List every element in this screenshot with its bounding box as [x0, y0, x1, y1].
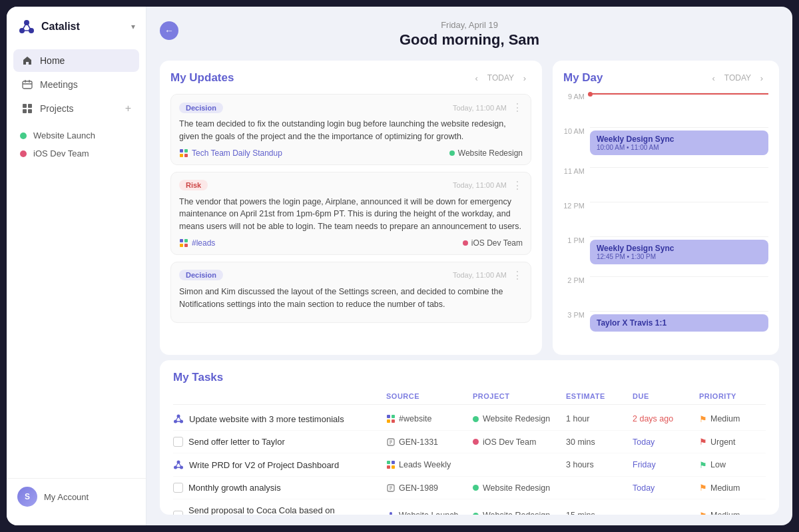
priority-label-3: Medium	[710, 483, 740, 493]
card-top-0: Decision Today, 11:00 AM ⋮	[179, 101, 523, 114]
updates-title: My Updates	[170, 71, 234, 85]
my-account-label: My Account	[44, 492, 89, 502]
card-source-0[interactable]: Tech Team Daily Standup	[179, 148, 282, 158]
time-line-1pm: Weekly Design Sync 12:45 PM • 1:30 PM	[590, 236, 768, 266]
meetings-label: Meetings	[40, 79, 78, 90]
projects-label: Projects	[40, 103, 74, 114]
source-icon-1	[179, 238, 188, 248]
day-next-button[interactable]: ›	[755, 71, 768, 85]
day-prev-button[interactable]: ‹	[707, 71, 720, 85]
card-menu-0[interactable]: ⋮	[512, 101, 523, 114]
task-checkbox-4[interactable]	[173, 511, 183, 515]
svg-rect-17	[184, 154, 188, 157]
updates-prev-button[interactable]: ‹	[470, 71, 483, 85]
updates-next-button[interactable]: ›	[518, 71, 531, 85]
task-name-2: Write PRD for V2 of Project Dashboard	[189, 460, 339, 470]
priority-flag-icon: ⚑	[699, 511, 707, 515]
sidebar-item-projects[interactable]: Projects +	[13, 97, 139, 120]
card-project-1: iOS Dev Team	[463, 238, 523, 248]
sidebar-item-meetings[interactable]: Meetings	[13, 73, 139, 96]
sidebar-project-ios-dev[interactable]: iOS Dev Team	[20, 147, 133, 160]
source-label-0: #website	[399, 414, 431, 423]
task-name-cell-0: Update website with 3 more testimonials	[173, 413, 386, 424]
estimate-cell-4: 15 mins	[566, 511, 633, 515]
svg-rect-16	[180, 154, 183, 157]
project-label-1: iOS Dev Team	[483, 437, 536, 447]
priority-cell-3: ⚑ Medium	[699, 483, 766, 493]
logo-chevron-icon[interactable]: ▾	[131, 22, 135, 31]
projects-add-icon[interactable]: +	[125, 103, 131, 115]
sidebar-project-website-launch[interactable]: Website Launch	[20, 129, 133, 142]
project-dot-1	[463, 240, 468, 246]
header-date: Friday, April 19	[160, 20, 779, 30]
time-label-10am: 10 AM	[563, 127, 585, 135]
task-checkbox-1[interactable]	[173, 437, 183, 447]
event-block-1[interactable]: Weekly Design Sync 12:45 PM • 1:30 PM	[590, 240, 768, 264]
gen-icon	[386, 437, 396, 447]
event-block-0[interactable]: Weekly Design Sync 10:00 AM • 11:00 AM	[590, 131, 768, 155]
meetings-icon	[21, 79, 33, 91]
user-avatar: S	[17, 487, 37, 507]
back-button[interactable]: ←	[160, 21, 178, 40]
col-task	[173, 392, 386, 400]
due-cell-2: Friday	[633, 460, 699, 469]
svg-rect-43	[392, 461, 395, 464]
svg-rect-6	[23, 81, 32, 89]
time-slot-9am: 9 AM	[563, 93, 768, 127]
card-project-label-0: Website Redesign	[458, 148, 523, 158]
project-label-0: Website Redesign	[483, 414, 550, 423]
sidebar-nav: Home Meetings Projects +	[7, 49, 146, 120]
time-slot-11am: 11 AM	[563, 167, 768, 202]
day-nav: ‹ TODAY ›	[707, 71, 768, 85]
app-container: Catalist ▾ Home Meetings Projects	[7, 7, 792, 525]
panels-row: My Updates ‹ TODAY › Decision Today, 11:…	[146, 55, 792, 360]
col-due: DUE	[633, 392, 699, 400]
time-line-10am: Weekly Design Sync 10:00 AM • 11:00 AM	[590, 127, 768, 157]
day-today-label: TODAY	[724, 73, 751, 83]
priority-label-2: Low	[710, 460, 726, 469]
source-icon-0	[179, 148, 188, 158]
priority-label-4: Medium	[710, 511, 740, 515]
home-label: Home	[40, 55, 65, 66]
project-label-3: Website Redesign	[483, 483, 550, 493]
hash-icon	[386, 414, 396, 423]
card-project-0: Website Redesign	[449, 148, 523, 158]
due-cell-0: 2 days ago	[633, 414, 699, 423]
main-content: ← Friday, April 19 Good morning, Sam My …	[146, 7, 792, 525]
task-row-1: Send offer letter to Taylor GEN-1331 iOS…	[173, 431, 766, 453]
updates-nav: ‹ TODAY ›	[470, 71, 531, 85]
card-menu-2[interactable]: ⋮	[512, 269, 523, 282]
card-source-1[interactable]: #leads	[179, 238, 215, 248]
ios-dev-dot	[20, 150, 27, 157]
svg-rect-12	[23, 109, 27, 113]
card-menu-1[interactable]: ⋮	[512, 179, 523, 192]
website-launch-label: Website Launch	[33, 131, 95, 140]
priority-flag-icon: ⚑	[699, 483, 707, 493]
sidebar-item-home[interactable]: Home	[13, 49, 139, 72]
svg-rect-21	[184, 244, 188, 247]
task-name-1: Send offer letter to Taylor	[188, 437, 285, 447]
project-dot-0	[449, 150, 455, 156]
sidebar-footer[interactable]: S My Account	[7, 478, 146, 515]
source-label-1: GEN-1331	[399, 437, 438, 447]
project-cell-0: Website Redesign	[473, 414, 566, 423]
sidebar: Catalist ▾ Home Meetings Projects	[7, 7, 146, 525]
card-source-label-1: #leads	[192, 238, 215, 248]
card-time-0: Today, 11:00 AM	[453, 104, 507, 112]
time-slot-12pm: 12 PM	[563, 202, 768, 236]
card-project-label-1: iOS Dev Team	[471, 238, 523, 248]
updates-panel: My Updates ‹ TODAY › Decision Today, 11:…	[160, 61, 542, 355]
priority-flag-icon: ⚑	[699, 414, 707, 424]
task-name-cell-2: Write PRD for V2 of Project Dashboard	[173, 459, 386, 470]
svg-rect-30	[387, 419, 390, 423]
calendar-body: 9 AM 10 AM Weekly Design Sync	[563, 93, 768, 344]
event-time-0: 10:00 AM • 11:00 AM	[597, 144, 762, 151]
col-estimate: ESTIMATE	[566, 392, 633, 400]
time-line-12pm	[590, 202, 768, 205]
tasks-header: My Tasks	[173, 371, 766, 384]
page-header: ← Friday, April 19 Good morning, Sam	[146, 7, 792, 55]
event-block-2[interactable]: Taylor X Travis 1:1	[590, 314, 768, 332]
svg-rect-20	[180, 244, 183, 247]
card-time-2: Today, 11:00 AM	[453, 271, 507, 279]
task-checkbox-3[interactable]	[173, 483, 183, 493]
